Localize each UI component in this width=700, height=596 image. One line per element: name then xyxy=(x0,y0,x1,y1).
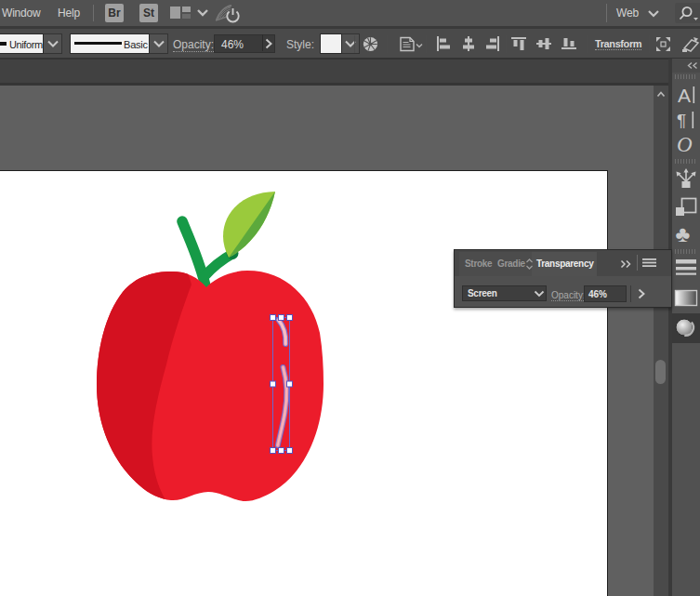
svg-text:A: A xyxy=(678,86,691,104)
svg-text:O: O xyxy=(677,133,693,153)
svg-text:¶: ¶ xyxy=(677,111,686,129)
svg-text:♣: ♣ xyxy=(676,222,691,246)
